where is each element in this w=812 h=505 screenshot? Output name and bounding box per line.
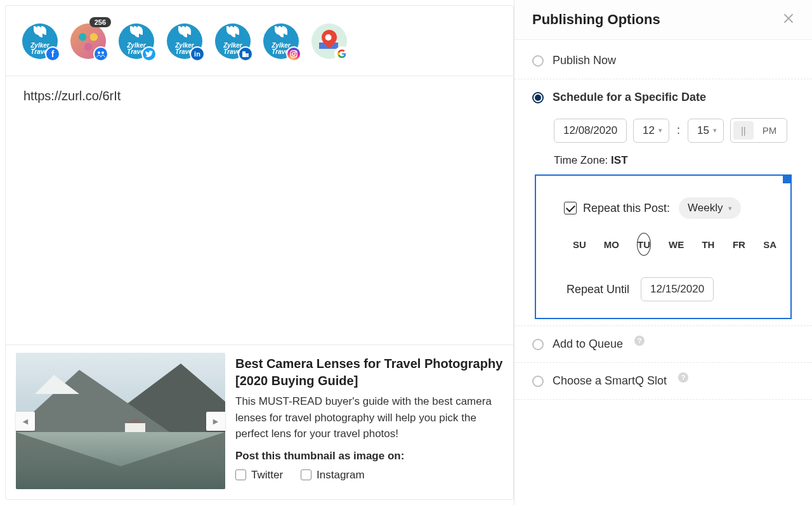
option-schedule-date[interactable]: Schedule for a Specific Date 12/08/2020 …	[514, 79, 812, 325]
chevron-down-icon: ▾	[658, 126, 662, 134]
link-preview-card: ◄ ► Best Camera Lenses for Travel Photog…	[6, 344, 513, 499]
svg-point-0	[98, 51, 100, 54]
repeat-until-date-input[interactable]: 12/15/2020	[641, 277, 714, 301]
svg-point-6	[295, 51, 296, 53]
weekday-picker: SU MO TU WE TH FR SA	[573, 233, 776, 256]
account-linkedin[interactable]: Zylker Travel in	[167, 23, 202, 59]
schedule-minute-select[interactable]: 15 ▾	[688, 119, 724, 143]
link-thumbnail	[16, 353, 225, 489]
post-thumbnail-label: Post this thumbnail as image on:	[235, 450, 503, 462]
option-add-to-queue[interactable]: Add to Queue ?	[514, 325, 812, 363]
thumbnail-carousel: ◄ ►	[16, 353, 225, 489]
ampm-toggle[interactable]: || PM	[730, 118, 787, 143]
day-we[interactable]: WE	[669, 233, 684, 256]
post-thumb-instagram-checkbox[interactable]: Instagram	[301, 469, 365, 482]
radio-label: Choose a SmartQ Slot	[553, 374, 667, 388]
option-smartq-slot[interactable]: Choose a SmartQ Slot ?	[514, 363, 812, 400]
link-title: Best Camera Lenses for Travel Photograph…	[235, 355, 503, 390]
twitter-icon	[141, 46, 157, 62]
radio-icon	[532, 339, 544, 350]
help-icon[interactable]: ?	[634, 336, 645, 346]
day-tu[interactable]: TU	[637, 233, 651, 256]
checkbox-icon	[235, 469, 246, 480]
instagram-icon	[286, 46, 301, 62]
option-publish-now[interactable]: Publish Now	[514, 43, 812, 79]
publishing-options-panel: Publishing Options Publish Now Schedule …	[514, 0, 812, 505]
checkbox-icon	[301, 469, 311, 480]
post-thumb-twitter-checkbox[interactable]: Twitter	[235, 469, 283, 482]
google-icon	[334, 46, 350, 62]
thumbnail-prev-button[interactable]: ◄	[16, 412, 35, 431]
timezone-label: Time Zone: IST	[554, 154, 794, 167]
group-icon	[93, 46, 108, 62]
svg-rect-3	[246, 53, 249, 57]
repeat-frequency-select[interactable]: Weekly ▾	[679, 197, 740, 219]
panel-header: Publishing Options	[514, 0, 812, 40]
radio-label: Add to Queue	[553, 338, 623, 351]
schedule-controls: 12/08/2020 12 ▾ : 15 ▾ || PM	[554, 118, 794, 143]
panel-title: Publishing Options	[532, 11, 660, 28]
radio-icon	[532, 376, 544, 387]
day-th[interactable]: TH	[702, 233, 714, 256]
ampm-pm[interactable]: PM	[755, 121, 785, 140]
account-facebook[interactable]: Zylker Travel f	[22, 23, 58, 59]
close-icon[interactable]	[783, 13, 794, 27]
compose-text-area[interactable]: https://zurl.co/6rIt	[6, 76, 513, 344]
account-instagram[interactable]: Zylker Travel	[263, 23, 299, 59]
day-fr[interactable]: FR	[733, 233, 745, 256]
svg-rect-2	[242, 51, 246, 57]
link-meta: Best Camera Lenses for Travel Photograph…	[235, 353, 503, 489]
repeat-post-label: Repeat this Post:	[583, 202, 670, 215]
account-fb-group[interactable]: 256	[70, 23, 106, 59]
schedule-hour-select[interactable]: 12 ▾	[633, 119, 669, 143]
repeat-until-label: Repeat Until	[566, 283, 629, 296]
composer-pane: Zylker Travel f 256 Zylker Travel	[5, 5, 514, 500]
time-colon: :	[676, 124, 681, 137]
help-icon[interactable]: ?	[678, 372, 688, 383]
schedule-date-input[interactable]: 12/08/2020	[554, 119, 627, 143]
highlight-corner	[783, 174, 792, 183]
radio-icon	[532, 92, 544, 103]
chevron-down-icon: ▾	[728, 204, 732, 213]
account-linkedin-company[interactable]: Zylker Travel	[215, 23, 251, 59]
repeat-post-checkbox[interactable]	[564, 202, 577, 214]
compose-url: https://zurl.co/6rIt	[23, 89, 121, 103]
svg-point-1	[102, 51, 104, 54]
linkedin-icon: in	[190, 46, 205, 62]
accounts-row: Zylker Travel f 256 Zylker Travel	[6, 6, 513, 76]
ampm-am[interactable]: ||	[733, 121, 754, 140]
checkbox-label: Instagram	[317, 469, 365, 482]
linkedin-company-icon	[238, 46, 253, 62]
link-description: This MUST-READ buyer's guide with the be…	[235, 393, 503, 442]
radio-label: Publish Now	[553, 54, 616, 67]
day-mo[interactable]: MO	[604, 233, 619, 256]
day-sa[interactable]: SA	[763, 233, 776, 256]
checkbox-label: Twitter	[251, 469, 283, 482]
facebook-icon: f	[45, 46, 60, 62]
account-google-business[interactable]	[311, 23, 347, 59]
repeat-post-section: Repeat this Post: Weekly ▾ SU MO TU WE T…	[535, 174, 792, 319]
account-twitter[interactable]: Zylker Travel	[119, 23, 154, 59]
svg-point-5	[292, 53, 296, 56]
member-count-badge: 256	[89, 17, 111, 27]
radio-label: Schedule for a Specific Date	[553, 91, 706, 104]
thumbnail-next-button[interactable]: ►	[206, 412, 225, 431]
day-su[interactable]: SU	[573, 233, 586, 256]
radio-icon	[532, 55, 544, 67]
chevron-down-icon: ▾	[713, 126, 717, 134]
